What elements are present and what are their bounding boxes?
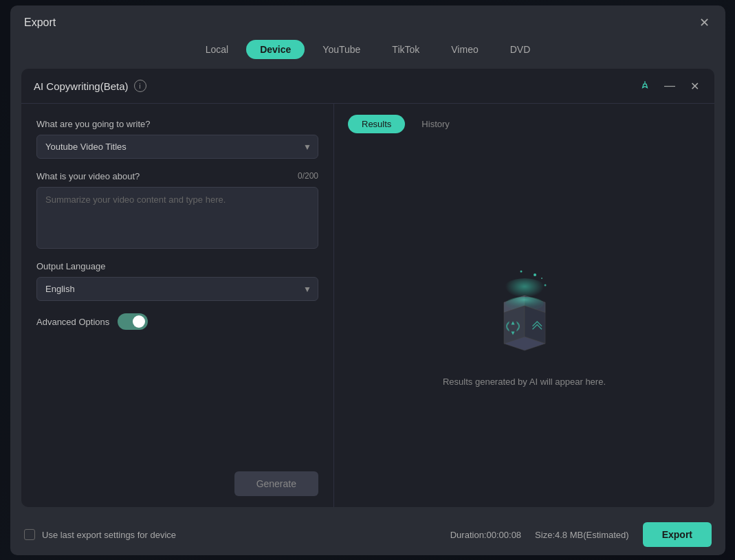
video-about-label: What is your video about? 0/200 [36,171,318,181]
results-placeholder: Results generated by AI will appear here… [443,377,606,387]
generate-btn-wrapper: Generate [36,466,318,496]
language-dropdown[interactable]: English Spanish French German Chinese Ja… [36,277,318,301]
char-count: 0/200 [298,171,318,181]
right-panel: Results History [334,104,714,507]
language-select-wrapper: English Spanish French German Chinese Ja… [36,277,318,301]
use-last-settings: Use last export settings for device [24,529,176,540]
tab-youtube[interactable]: YouTube [309,40,374,59]
write-select-wrapper: Youtube Video Titles Youtube Video Descr… [36,135,318,159]
inner-panel-header: AI Copywriting(Beta) i — ✕ [21,69,714,104]
inner-panel-title: AI Copywriting(Beta) i [34,80,146,92]
results-tab-results[interactable]: Results [348,115,405,133]
results-tabs: Results History [348,115,701,133]
minimize-icon[interactable]: — [662,78,677,93]
size-info: Size:4.8 MB(Estimated) [535,530,629,540]
tab-vimeo[interactable]: Vimeo [437,40,492,59]
results-tab-history[interactable]: History [408,115,463,133]
info-icon[interactable]: i [134,80,146,92]
video-about-field-group: What is your video about? 0/200 [36,171,318,249]
tab-tiktok[interactable]: TikTok [378,40,433,59]
svg-point-3 [520,270,522,272]
dialog-close-button[interactable]: ✕ [696,15,712,30]
tab-dvd[interactable]: DVD [496,40,545,59]
inner-panel-controls: — ✕ [637,78,702,93]
pin-icon[interactable] [637,78,652,93]
toggle-thumb [133,315,145,328]
dialog-title: Export [24,16,56,29]
tab-local[interactable]: Local [192,40,242,59]
use-last-settings-label: Use last export settings for device [42,530,176,540]
bottom-bar: Use last export settings for device Dura… [10,514,725,555]
box-illustration [470,254,580,364]
dialog-titlebar: Export ✕ [10,5,725,37]
duration-info: Duration:00:00:08 [450,530,521,540]
write-label: What are you going to write? [36,119,318,129]
advanced-options-label: Advanced Options [36,317,109,327]
use-last-settings-checkbox[interactable] [24,529,35,540]
svg-point-4 [541,278,542,279]
generate-button[interactable]: Generate [234,471,318,496]
svg-point-1 [534,273,536,276]
write-field-group: What are you going to write? Youtube Vid… [36,119,318,159]
content-split: What are you going to write? Youtube Vid… [21,104,714,507]
export-button[interactable]: Export [643,522,712,547]
output-language-field-group: Output Language English Spanish French G… [36,261,318,301]
output-language-label: Output Language [36,261,318,271]
write-dropdown[interactable]: Youtube Video Titles Youtube Video Descr… [36,135,318,159]
left-panel: What are you going to write? Youtube Vid… [21,104,334,507]
results-content: Results generated by AI will appear here… [348,144,701,496]
bottom-right: Duration:00:00:08 Size:4.8 MB(Estimated)… [450,522,712,547]
video-about-textarea[interactable] [36,187,318,249]
tab-bar: Local Device YouTube TikTok Vimeo DVD [10,37,725,69]
advanced-options-toggle[interactable] [118,313,148,330]
export-dialog: Export ✕ Local Device YouTube TikTok Vim… [10,5,725,555]
advanced-options-row: Advanced Options [36,313,318,330]
tab-device[interactable]: Device [246,40,305,59]
svg-point-2 [544,284,546,286]
inner-title-text: AI Copywriting(Beta) [34,80,129,92]
toggle-track [118,313,148,330]
inner-panel-close-button[interactable]: ✕ [687,78,702,93]
inner-panel: AI Copywriting(Beta) i — ✕ What [21,69,714,507]
